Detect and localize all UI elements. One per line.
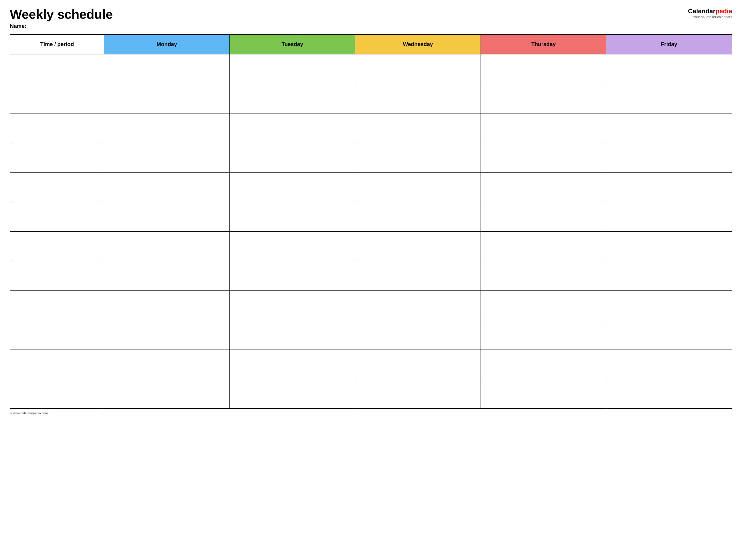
table-row <box>10 349 732 379</box>
table-row <box>10 231 732 261</box>
schedule-cell[interactable] <box>355 113 481 143</box>
schedule-cell[interactable] <box>481 379 606 409</box>
time-cell[interactable] <box>10 113 104 143</box>
col-wednesday: Wednesday <box>355 35 481 54</box>
schedule-cell[interactable] <box>355 320 481 349</box>
schedule-cell[interactable] <box>606 261 732 290</box>
schedule-cell[interactable] <box>481 84 606 113</box>
schedule-cell[interactable] <box>606 143 732 172</box>
schedule-cell[interactable] <box>229 379 355 409</box>
schedule-cell[interactable] <box>606 290 732 320</box>
logo-calendar: Calendar <box>688 7 716 15</box>
time-cell[interactable] <box>10 84 104 113</box>
schedule-cell[interactable] <box>355 84 481 113</box>
title-section: Weekly schedule Name: <box>10 7 113 29</box>
logo-text: Calendarpedia <box>688 7 732 15</box>
schedule-table: Time / period Monday Tuesday Wednesday T… <box>10 34 732 409</box>
schedule-cell[interactable] <box>104 261 229 290</box>
schedule-cell[interactable] <box>104 379 229 409</box>
table-row <box>10 320 732 349</box>
schedule-cell[interactable] <box>229 320 355 349</box>
schedule-cell[interactable] <box>606 320 732 349</box>
schedule-cell[interactable] <box>104 113 229 143</box>
schedule-cell[interactable] <box>229 290 355 320</box>
table-row <box>10 54 732 84</box>
schedule-cell[interactable] <box>355 143 481 172</box>
time-cell[interactable] <box>10 261 104 290</box>
schedule-cell[interactable] <box>355 202 481 231</box>
logo-subtitle: Your source for calendars <box>693 15 732 19</box>
schedule-cell[interactable] <box>229 84 355 113</box>
schedule-cell[interactable] <box>606 54 732 84</box>
table-row <box>10 172 732 202</box>
schedule-cell[interactable] <box>104 231 229 261</box>
schedule-cell[interactable] <box>606 172 732 202</box>
time-cell[interactable] <box>10 231 104 261</box>
time-cell[interactable] <box>10 172 104 202</box>
schedule-cell[interactable] <box>606 84 732 113</box>
schedule-cell[interactable] <box>606 202 732 231</box>
schedule-cell[interactable] <box>229 261 355 290</box>
schedule-cell[interactable] <box>104 84 229 113</box>
col-time: Time / period <box>10 35 104 54</box>
name-label: Name: <box>10 23 113 29</box>
time-cell[interactable] <box>10 290 104 320</box>
footer-url: © www.calendarpedia.com <box>10 411 48 415</box>
schedule-cell[interactable] <box>355 261 481 290</box>
time-cell[interactable] <box>10 143 104 172</box>
schedule-cell[interactable] <box>606 379 732 409</box>
schedule-cell[interactable] <box>229 172 355 202</box>
col-tuesday: Tuesday <box>229 35 355 54</box>
schedule-cell[interactable] <box>229 113 355 143</box>
schedule-cell[interactable] <box>606 113 732 143</box>
schedule-cell[interactable] <box>229 54 355 84</box>
schedule-cell[interactable] <box>481 290 606 320</box>
schedule-cell[interactable] <box>481 202 606 231</box>
table-row <box>10 290 732 320</box>
time-cell[interactable] <box>10 320 104 349</box>
page-title: Weekly schedule <box>10 7 113 21</box>
logo-section: Calendarpedia Your source for calendars <box>688 7 732 19</box>
schedule-cell[interactable] <box>104 54 229 84</box>
schedule-cell[interactable] <box>481 320 606 349</box>
schedule-cell[interactable] <box>481 143 606 172</box>
table-row <box>10 143 732 172</box>
schedule-cell[interactable] <box>481 261 606 290</box>
schedule-cell[interactable] <box>355 379 481 409</box>
time-cell[interactable] <box>10 349 104 379</box>
table-row <box>10 84 732 113</box>
schedule-cell[interactable] <box>355 172 481 202</box>
schedule-cell[interactable] <box>481 113 606 143</box>
schedule-cell[interactable] <box>104 172 229 202</box>
schedule-cell[interactable] <box>229 231 355 261</box>
schedule-cell[interactable] <box>104 320 229 349</box>
schedule-cell[interactable] <box>355 54 481 84</box>
table-row <box>10 202 732 231</box>
schedule-cell[interactable] <box>606 231 732 261</box>
schedule-cell[interactable] <box>481 172 606 202</box>
schedule-cell[interactable] <box>229 143 355 172</box>
schedule-cell[interactable] <box>355 290 481 320</box>
time-cell[interactable] <box>10 202 104 231</box>
logo-pedia: pedia <box>716 7 732 15</box>
schedule-cell[interactable] <box>481 349 606 379</box>
time-cell[interactable] <box>10 54 104 84</box>
time-cell[interactable] <box>10 379 104 409</box>
col-monday: Monday <box>104 35 229 54</box>
schedule-cell[interactable] <box>229 349 355 379</box>
col-friday: Friday <box>606 35 732 54</box>
footer: © www.calendarpedia.com <box>10 411 732 415</box>
schedule-cell[interactable] <box>229 202 355 231</box>
table-row <box>10 261 732 290</box>
schedule-cell[interactable] <box>104 202 229 231</box>
table-row <box>10 379 732 409</box>
schedule-cell[interactable] <box>481 231 606 261</box>
schedule-cell[interactable] <box>104 143 229 172</box>
schedule-cell[interactable] <box>104 290 229 320</box>
schedule-cell[interactable] <box>355 349 481 379</box>
schedule-cell[interactable] <box>606 349 732 379</box>
table-header-row: Time / period Monday Tuesday Wednesday T… <box>10 35 732 54</box>
schedule-cell[interactable] <box>481 54 606 84</box>
schedule-cell[interactable] <box>104 349 229 379</box>
schedule-cell[interactable] <box>355 231 481 261</box>
